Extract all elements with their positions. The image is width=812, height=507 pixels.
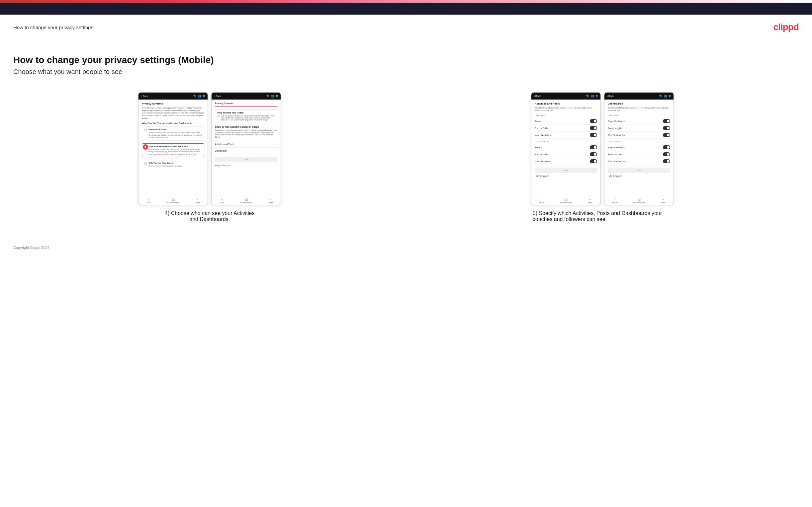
small-radio (217, 115, 219, 117)
manual-coaches-label: Manual Activities (535, 134, 551, 136)
manual-followers-toggle[interactable] (590, 159, 597, 163)
nav-menu-4[interactable]: ≡ Menu (661, 198, 666, 204)
back-button-1[interactable]: ‹ Back (141, 95, 148, 97)
help-support-2: Help & Support (215, 164, 277, 167)
round-insights-coaches-toggle[interactable] (663, 126, 670, 130)
what-to-work-followers-label: What To Work On (608, 160, 625, 163)
search-icon-2[interactable]: 🔍 (266, 95, 270, 98)
player-dash-coaches-toggle[interactable] (663, 119, 670, 123)
round-insights-coaches-label: Round Insights (608, 127, 622, 129)
screenshots-row: ‹ Back 🔍 👥 ⚙ Privacy Controls Control ho… (13, 92, 799, 222)
coaches-label-4: COACHES (608, 114, 670, 116)
back-chevron-1: ‹ (141, 95, 142, 97)
back-button-2[interactable]: ‹ Back (214, 95, 221, 97)
people-icon-2[interactable]: 👥 (271, 95, 274, 98)
privacy-controls-title: Privacy Controls (142, 102, 204, 105)
back-label-2: Back (216, 95, 221, 97)
back-chevron-2: ‹ (214, 95, 215, 97)
activities-posts-title: Activities and Posts (535, 102, 597, 105)
screens-pair-3-4: ‹ Back 🔍 👥 ⚙ Activities and Posts Select… (531, 92, 674, 205)
save-btn-2[interactable]: Save (215, 157, 277, 162)
toggle-rounds-coaches: Rounds (535, 118, 597, 125)
menu-icon-1: ≡ (197, 198, 198, 201)
followers-label-3: FOLLOWERS (535, 141, 597, 143)
player-dash-followers-toggle[interactable] (663, 145, 670, 149)
nav-performance-label-2: My Performance (240, 202, 252, 204)
option-you-coach[interactable]: Only You and Your Coach Only you and the… (142, 160, 204, 169)
round-insights-followers-toggle[interactable] (663, 152, 670, 156)
toggle-rounds-followers: Rounds (535, 144, 597, 151)
nav-menu-1[interactable]: ≡ Menu (195, 198, 200, 204)
screen-4: ‹ Back 🔍 👥 ⚙ Dashboards Select the dashb… (604, 92, 674, 205)
practice-coaches-label: Practice Drills (535, 127, 548, 129)
popup-radio: Only you and the coaches you connect wit… (217, 115, 275, 121)
nav-menu-2[interactable]: ≡ Menu (268, 198, 273, 204)
search-icon-4[interactable]: 🔍 (659, 95, 663, 98)
toggle-practice-followers: Practice Drills (535, 151, 597, 158)
activities-posts-item[interactable]: Activities and Posts › (215, 141, 277, 148)
settings-icon-4[interactable]: ⚙ (668, 95, 671, 98)
menu-icon-2: ≡ (270, 198, 271, 201)
nav-home-4[interactable]: ⌂ Home (612, 198, 617, 204)
caption-1: 4) Choose who can see your Activities an… (163, 210, 256, 222)
show-hide-text: Regardless of the privacy controls that … (215, 129, 277, 138)
practice-followers-toggle[interactable] (590, 152, 597, 156)
practice-coaches-toggle[interactable] (590, 126, 597, 130)
what-to-work-followers-toggle[interactable] (663, 159, 670, 163)
search-icon-3[interactable]: 🔍 (586, 95, 590, 98)
screen-2-content: Privacy Controls Only You and Your Coach… (211, 100, 281, 196)
toggle-player-coaches: Player Dashboard (608, 118, 670, 125)
screen-2: ‹ Back 🔍 👥 ⚙ Privacy Controls Only You a… (211, 92, 281, 205)
back-button-3[interactable]: ‹ Back (534, 95, 541, 97)
screen-1-icons: 🔍 👥 ⚙ (193, 95, 205, 98)
manual-coaches-toggle[interactable] (590, 133, 597, 137)
back-label-3: Back (536, 95, 541, 97)
people-icon-3[interactable]: 👥 (591, 95, 594, 98)
top-bar (0, 3, 812, 15)
toggle-manual-coaches: Manual Activities (535, 132, 597, 139)
settings-icon-1[interactable]: ⚙ (203, 95, 205, 98)
rounds-followers-label: Rounds (535, 146, 542, 149)
save-btn-3[interactable]: Save (535, 168, 597, 173)
coaches-label-3: COACHES (535, 114, 597, 116)
menu-icon-3: ≡ (590, 198, 591, 201)
nav-home-1[interactable]: ⌂ Home (146, 198, 151, 204)
dashboards-item[interactable]: Dashboards › (215, 148, 277, 154)
main-content: How to change your privacy settings (Mob… (0, 38, 812, 236)
rounds-coaches-toggle[interactable] (590, 119, 597, 123)
people-icon-1[interactable]: 👥 (198, 95, 201, 98)
nav-home-2[interactable]: ⌂ Home (219, 198, 224, 204)
screen-2-bottom-nav: ⌂ Home 📊 My Performance ≡ Menu (211, 196, 281, 205)
nav-performance-4[interactable]: 📊 My Performance (633, 198, 645, 204)
back-button-4[interactable]: ‹ Back (607, 95, 614, 97)
nav-home-label-1: Home (146, 202, 151, 204)
settings-icon-2[interactable]: ⚙ (276, 95, 278, 98)
nav-performance-2[interactable]: 📊 My Performance (240, 198, 252, 204)
toggle-round-insights-followers: Round Insights (608, 151, 670, 158)
rounds-followers-toggle[interactable] (590, 145, 597, 149)
toggle-what-to-work-coaches: What To Work On (608, 132, 670, 139)
nav-performance-3[interactable]: 📊 My Performance (560, 198, 572, 204)
page-header: How to change your privacy settings clip… (0, 15, 812, 38)
people-icon-4[interactable]: 👥 (664, 95, 667, 98)
screen-1-header: ‹ Back 🔍 👥 ⚙ (139, 93, 208, 100)
dashboards-label: Dashboards (215, 150, 226, 152)
nav-home-3[interactable]: ⌂ Home (539, 198, 544, 204)
what-to-work-coaches-toggle[interactable] (663, 133, 670, 137)
save-btn-4[interactable]: Save (608, 168, 670, 173)
screen-1-content: Privacy Controls Control how you and you… (139, 100, 208, 196)
what-to-work-coaches-label: What To Work On (608, 134, 625, 136)
performance-icon-1: 📊 (171, 198, 175, 201)
screen-4-header: ‹ Back 🔍 👥 ⚙ (604, 93, 673, 100)
activities-posts-chevron: › (276, 143, 277, 146)
nav-performance-1[interactable]: 📊 My Performance (167, 198, 179, 204)
manual-followers-label: Manual Activities (535, 160, 551, 163)
group-1-2: ‹ Back 🔍 👥 ⚙ Privacy Controls Control ho… (13, 92, 406, 222)
option-everyone[interactable]: Everyone on Clippd Everyone on Clippd ca… (142, 126, 204, 141)
screen-2-header: ‹ Back 🔍 👥 ⚙ (211, 93, 281, 100)
option-approved[interactable]: Only Approved Followers and Your Coach O… (142, 143, 204, 158)
nav-menu-3[interactable]: ≡ Menu (588, 198, 593, 204)
settings-icon-3[interactable]: ⚙ (596, 95, 598, 98)
search-icon-1[interactable]: 🔍 (193, 95, 197, 98)
dashboards-title: Dashboards (608, 102, 670, 105)
